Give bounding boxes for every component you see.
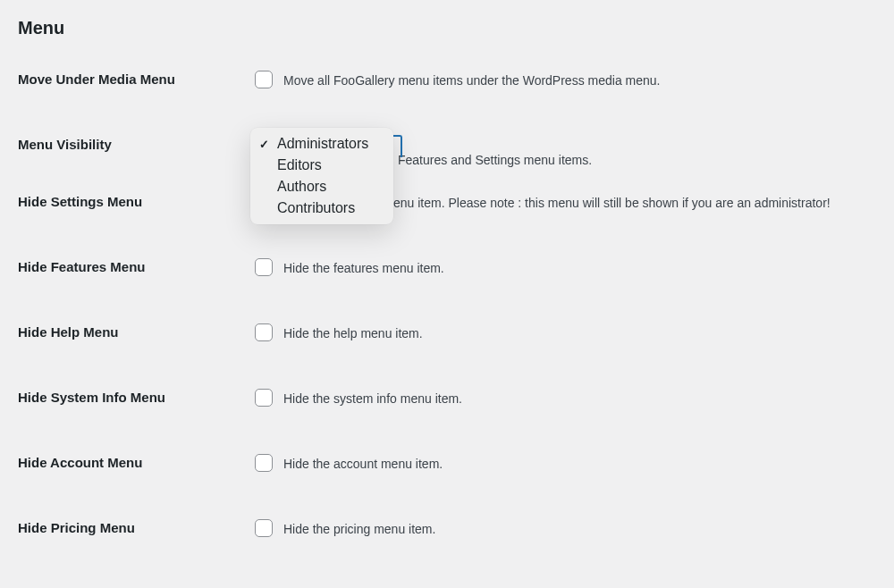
section-title: Menu [18, 18, 876, 38]
dropdown-item-label: Editors [277, 157, 322, 173]
check-icon: ✓ [259, 138, 272, 151]
row-label-hide-system-info: Hide System Info Menu [18, 388, 255, 405]
checkbox-move-under-media[interactable] [255, 71, 273, 88]
description-hide-pricing: Hide the pricing menu item. [283, 518, 435, 539]
row-hide-pricing: Hide Pricing Menu Hide the pricing menu … [18, 518, 876, 539]
row-hide-account: Hide Account Menu Hide the account menu … [18, 453, 876, 474]
dropdown-item-label: Authors [277, 179, 326, 195]
description-hide-settings: enu item. Please note : this menu will s… [393, 192, 831, 213]
row-hide-help: Hide Help Menu Hide the help menu item. [18, 323, 876, 343]
row-label-hide-features: Hide Features Menu [18, 257, 255, 274]
description-hide-help: Hide the help menu item. [283, 323, 423, 343]
row-move-under-media: Move Under Media Menu Move all FooGaller… [18, 70, 876, 90]
dropdown-item-administrators[interactable]: ✓ Administrators [250, 133, 393, 155]
dropdown-item-label: Contributors [277, 200, 355, 216]
row-label-hide-settings: Hide Settings Menu [18, 192, 255, 209]
row-hide-settings: Hide Settings Menu enu item. Please note… [18, 192, 876, 213]
dropdown-item-editors[interactable]: ✓ Editors [250, 155, 393, 176]
checkbox-hide-account[interactable] [255, 454, 273, 472]
dropdown-item-authors[interactable]: ✓ Authors [250, 176, 393, 197]
description-move-under-media: Move all FooGallery menu items under the… [283, 70, 660, 90]
checkbox-hide-features[interactable] [255, 258, 273, 276]
description-hide-system-info: Hide the system info menu item. [283, 388, 462, 408]
dropdown-item-label: Administrators [277, 136, 368, 152]
row-label-hide-help: Hide Help Menu [18, 323, 255, 340]
dropdown-menu-visibility: ✓ Administrators ✓ Editors ✓ Authors ✓ C… [250, 128, 393, 224]
row-label-move-under-media: Move Under Media Menu [18, 70, 255, 87]
row-label-hide-pricing: Hide Pricing Menu [18, 518, 255, 535]
checkbox-hide-system-info[interactable] [255, 389, 273, 407]
description-hide-account: Hide the account menu item. [283, 453, 443, 474]
row-label-menu-visibility: Menu Visibility [18, 135, 255, 152]
row-menu-visibility: Menu Visibility ✓ Administrators ✓ Edito… [18, 135, 876, 167]
row-hide-features: Hide Features Menu Hide the features men… [18, 257, 876, 278]
dropdown-item-contributors[interactable]: ✓ Contributors [250, 197, 393, 219]
description-hide-features: Hide the features menu item. [283, 257, 444, 278]
select-menu-visibility-border [393, 135, 402, 157]
row-hide-system-info: Hide System Info Menu Hide the system in… [18, 388, 876, 408]
checkbox-hide-help[interactable] [255, 323, 273, 341]
row-label-hide-account: Hide Account Menu [18, 453, 255, 470]
checkbox-hide-pricing[interactable] [255, 519, 273, 537]
description-menu-visibility: Features and Settings menu items. [398, 153, 592, 167]
